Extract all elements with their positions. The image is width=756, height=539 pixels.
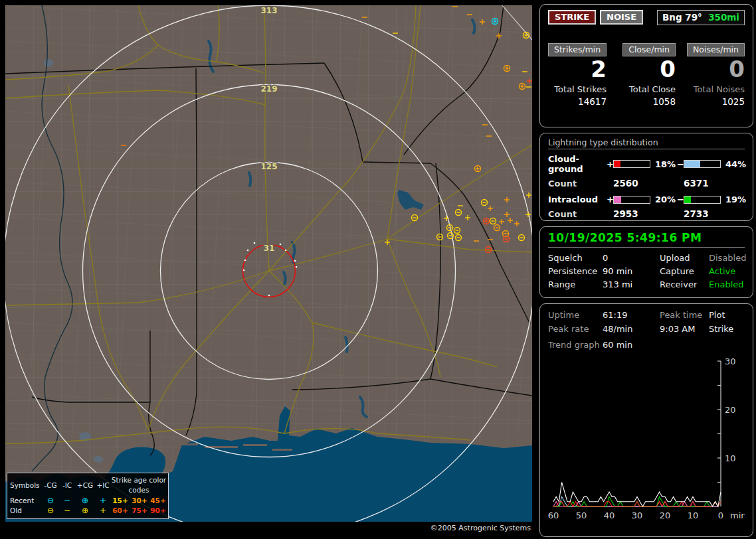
ic-neg-pct: 19% (722, 194, 743, 204)
peak-rate-label: Peak rate (548, 324, 603, 334)
svg-text:20: 20 (725, 405, 736, 415)
intracloud-label: Intracloud (548, 194, 607, 204)
ic-pos-count: 2953 (613, 208, 677, 219)
cg-pos-bar (613, 160, 650, 168)
peak-time-label: Peak time (660, 310, 709, 320)
total-strikes-value: 14617 (548, 96, 607, 107)
legend-col-cg-pos: +CG (75, 481, 95, 491)
total-noises-label: Total Noises (676, 84, 745, 94)
side-panel: STRIKE NOISE Bng 79° 350mi Strikes/min C… (539, 4, 753, 539)
cg-neg-recent-icon: ⊖ (42, 497, 59, 504)
ic-pos-bar (613, 196, 650, 204)
svg-text:min: min (730, 510, 745, 520)
peak-rate-value: 48/min (603, 324, 660, 334)
squelch-value: 0 (603, 253, 660, 263)
ic-neg-recent-icon: − (59, 497, 75, 504)
legend-col-ic-neg: -IC (59, 481, 75, 491)
ring-label-313: 313 (260, 6, 277, 15)
range-value: 350mi (708, 12, 739, 23)
svg-text:20: 20 (660, 510, 671, 520)
squelch-label: Squelch (548, 253, 603, 263)
ring-label-125: 125 (260, 162, 277, 171)
trend-graph-label: Trend graph (548, 340, 603, 350)
cg-neg-bar (684, 160, 721, 168)
total-strikes-label: Total Strikes (548, 84, 607, 94)
svg-text:30: 30 (725, 356, 736, 366)
plot-label: Plot (709, 310, 746, 320)
count-label: Count (548, 209, 607, 219)
cloud-ground-label: Cloud-ground (548, 154, 607, 174)
ic-pos-pct: 20% (652, 194, 677, 204)
age-60: 60+ (111, 506, 130, 516)
distribution-title: Lightning type distribution (548, 137, 745, 149)
cg-pos-pct: 18% (652, 159, 677, 169)
svg-text:40: 40 (604, 510, 615, 520)
ic-neg-old-icon: − (59, 506, 75, 514)
legend-old-label: Old (10, 506, 42, 516)
range-value: 313 mi (603, 279, 660, 289)
cg-neg-pct: 44% (722, 159, 743, 169)
svg-text:30: 30 (632, 510, 643, 520)
receiver-label: Receiver (660, 279, 709, 289)
cg-pos-old-icon: ⊕ (75, 506, 95, 514)
total-close-label: Total Close (607, 84, 676, 94)
range-label: Range (548, 279, 603, 289)
minus-sign: − (677, 159, 684, 169)
ring-label-31: 31 (264, 244, 275, 253)
svg-text:10: 10 (725, 453, 736, 463)
plus-sign: + (607, 159, 613, 169)
uptime-label: Uptime (548, 310, 603, 320)
strike-map[interactable]: 313 219 125 31 Symbols -CG -IC +CG +IC S… (5, 5, 532, 522)
strikes-per-min-value: 2 (548, 58, 607, 82)
legend-age-title: Strike age color codes (111, 475, 167, 495)
bearing-value: Bng 79° (662, 12, 702, 23)
close-per-min-value: 0 (607, 58, 676, 82)
age-45: 45+ (149, 496, 167, 506)
distribution-panel: Lightning type distribution Cloud-ground… (539, 133, 753, 221)
ring-label-219: 219 (260, 84, 277, 94)
datetime-display: 10/19/2025 5:49:16 PM (548, 231, 745, 248)
receiver-status: Enabled (709, 279, 746, 289)
map-canvas[interactable]: 313 219 125 31 (5, 5, 532, 522)
cg-neg-old-icon: ⊖ (42, 506, 59, 514)
cg-neg-count: 6371 (684, 178, 743, 189)
uptime-value: 61:19 (603, 310, 660, 320)
ic-neg-bar (684, 196, 721, 204)
noise-button[interactable]: NOISE (600, 10, 643, 25)
bearing-range-display: Bng 79° 350mi (657, 10, 745, 25)
age-15: 15+ (111, 496, 130, 506)
svg-text:50: 50 (576, 510, 587, 520)
upload-label: Upload (660, 253, 709, 263)
close-per-min-chip[interactable]: Close/min (622, 43, 676, 56)
legend-col-cg-neg: -CG (42, 481, 59, 491)
map-legend: Symbols -CG -IC +CG +IC Strike age color… (7, 473, 169, 519)
capture-label: Capture (660, 266, 709, 276)
copyright-text: ©2005 Astrogenic Systems (5, 522, 532, 535)
svg-text:60: 60 (548, 510, 559, 520)
ic-pos-old-icon: + (95, 506, 111, 514)
counters-panel: STRIKE NOISE Bng 79° 350mi Strikes/min C… (539, 4, 753, 127)
total-close-value: 1058 (607, 96, 676, 107)
persistence-label: Persistence (548, 266, 603, 276)
count-label: Count (548, 179, 607, 189)
plus-sign: + (607, 194, 613, 204)
trend-panel: Uptime 61:19 Peak time Plot Peak rate 48… (539, 303, 753, 537)
age-30: 30+ (130, 496, 149, 506)
noises-per-min-value: 0 (676, 58, 745, 82)
legend-symbols-title: Symbols (10, 481, 42, 491)
strike-button[interactable]: STRIKE (548, 10, 596, 25)
persistence-value: 90 min (603, 266, 660, 276)
upload-status: Disabled (709, 253, 746, 263)
strikes-per-min-chip[interactable]: Strikes/min (548, 43, 607, 56)
svg-text:10: 10 (688, 510, 699, 520)
svg-text:0: 0 (718, 510, 723, 520)
noises-per-min-chip[interactable]: Noises/min (687, 43, 745, 56)
plot-mode-value: Strike (709, 324, 746, 334)
ic-pos-recent-icon: + (95, 497, 111, 504)
cg-pos-recent-icon: ⊕ (75, 497, 95, 504)
total-noises-value: 1025 (676, 96, 745, 107)
status-panel: 10/19/2025 5:49:16 PM Squelch 0 Upload D… (539, 226, 753, 298)
cg-pos-count: 2560 (613, 178, 677, 189)
age-75: 75+ (130, 506, 149, 516)
age-90: 90+ (149, 506, 167, 516)
